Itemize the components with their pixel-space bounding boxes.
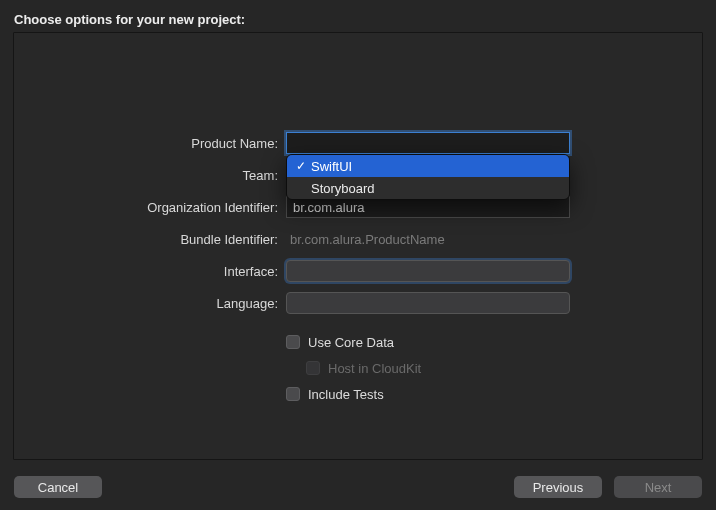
bundle-identifier-value: br.com.alura.ProductName <box>286 232 445 247</box>
interface-option-swiftui[interactable]: ✓ SwiftUI <box>287 155 569 177</box>
use-core-data-checkbox[interactable] <box>286 335 300 349</box>
host-cloudkit-checkbox <box>306 361 320 375</box>
label-team: Team: <box>14 168 286 183</box>
label-language: Language: <box>14 296 286 311</box>
next-button: Next <box>614 476 702 498</box>
row-bundle-identifier: Bundle Identifier: br.com.alura.ProductN… <box>14 225 702 253</box>
check-icon: ✓ <box>293 159 309 173</box>
interface-option-label: Storyboard <box>309 181 375 196</box>
include-tests-checkbox[interactable] <box>286 387 300 401</box>
row-product-name: Product Name: <box>14 129 702 157</box>
row-include-tests: Include Tests <box>14 383 702 405</box>
label-interface: Interface: <box>14 264 286 279</box>
interface-option-storyboard[interactable]: Storyboard <box>287 177 569 199</box>
dialog-title: Choose options for your new project: <box>0 0 716 35</box>
label-product-name: Product Name: <box>14 136 286 151</box>
product-name-input[interactable] <box>286 132 570 154</box>
interface-dropdown[interactable]: ✓ SwiftUI Storyboard <box>286 154 570 200</box>
label-host-cloudkit: Host in CloudKit <box>328 361 421 376</box>
cancel-button[interactable]: Cancel <box>14 476 102 498</box>
row-language: Language: <box>14 289 702 317</box>
label-org-identifier: Organization Identifier: <box>14 200 286 215</box>
label-use-core-data: Use Core Data <box>308 335 394 350</box>
interface-option-label: SwiftUI <box>309 159 352 174</box>
row-use-core-data: Use Core Data <box>14 331 702 353</box>
interface-select[interactable] <box>286 260 570 282</box>
language-select[interactable] <box>286 292 570 314</box>
previous-button[interactable]: Previous <box>514 476 602 498</box>
options-panel: Product Name: Team: Add account... Organ… <box>13 32 703 460</box>
label-include-tests: Include Tests <box>308 387 384 402</box>
row-host-cloudkit: Host in CloudKit <box>14 357 702 379</box>
dialog-footer: Cancel Previous Next <box>0 464 716 510</box>
row-interface: Interface: <box>14 257 702 285</box>
label-bundle-identifier: Bundle Identifier: <box>14 232 286 247</box>
